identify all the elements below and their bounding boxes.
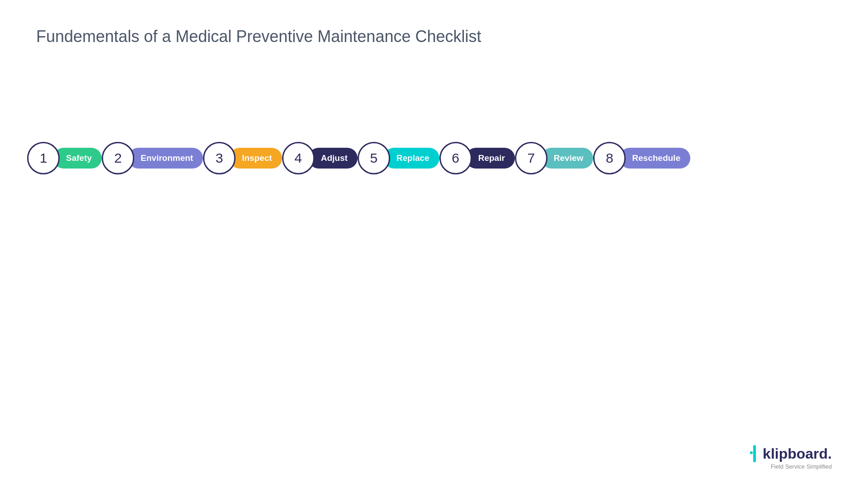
step-2: 2Environment xyxy=(102,142,203,174)
step-circle-7: 7 xyxy=(515,142,547,174)
step-label-7: Review xyxy=(541,148,593,169)
svg-rect-0 xyxy=(753,445,756,462)
step-8: 8Reschedule xyxy=(593,142,690,174)
step-circle-3: 3 xyxy=(203,142,236,174)
step-4: 4Adjust xyxy=(282,142,358,174)
step-label-3: Inspect xyxy=(229,148,282,169)
step-6: 6Repair xyxy=(439,142,515,174)
step-3: 3Inspect xyxy=(203,142,282,174)
logo-text: klipboard. xyxy=(763,446,832,462)
step-label-5: Replace xyxy=(384,148,439,169)
step-label-4: Adjust xyxy=(308,148,358,169)
step-circle-2: 2 xyxy=(102,142,134,174)
step-7: 7Review xyxy=(515,142,593,174)
step-circle-6: 6 xyxy=(439,142,472,174)
step-label-2: Environment xyxy=(128,148,203,169)
step-label-1: Safety xyxy=(53,148,102,169)
svg-rect-1 xyxy=(750,451,753,454)
steps-chain: 1Safety2Environment3Inspect4Adjust5Repla… xyxy=(27,140,690,176)
logo-row: klipboard. xyxy=(750,445,832,462)
step-circle-8: 8 xyxy=(593,142,626,174)
step-circle-5: 5 xyxy=(358,142,390,174)
step-circle-1: 1 xyxy=(27,142,60,174)
step-5: 5Replace xyxy=(358,142,439,174)
step-1: 1Safety xyxy=(27,142,102,174)
step-circle-4: 4 xyxy=(282,142,315,174)
step-label-6: Repair xyxy=(466,148,515,169)
logo-container: klipboard. Field Service Simplified xyxy=(750,445,832,470)
klipboard-icon xyxy=(750,445,759,462)
page-title: Fundementals of a Medical Preventive Mai… xyxy=(36,27,481,46)
step-label-8: Reschedule xyxy=(619,148,690,169)
logo-tagline: Field Service Simplified xyxy=(771,463,832,470)
